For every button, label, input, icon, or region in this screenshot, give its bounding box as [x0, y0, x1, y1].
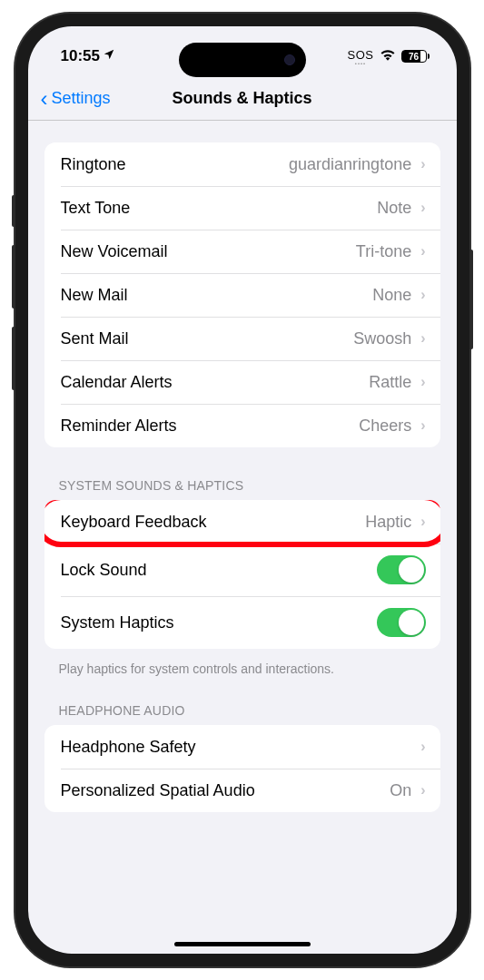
location-icon: [103, 47, 115, 65]
row-label: Calendar Alerts: [61, 373, 173, 392]
row-headphone-safety[interactable]: Headphone Safety ›: [44, 725, 440, 769]
row-label: Headphone Safety: [61, 738, 196, 757]
chevron-left-icon: ‹: [41, 88, 48, 110]
battery-indicator: 76: [401, 50, 430, 63]
row-sent-mail[interactable]: Sent Mail Swoosh ›: [44, 317, 440, 360]
section-header-headphone: HEADPHONE AUDIO: [28, 703, 457, 725]
row-label: Keyboard Feedback: [61, 513, 207, 532]
row-value: Tri-tone: [356, 242, 411, 261]
chevron-right-icon: ›: [420, 739, 425, 755]
chevron-right-icon: ›: [420, 374, 425, 390]
row-spatial-audio[interactable]: Personalized Spatial Audio On ›: [44, 769, 440, 812]
lock-sound-toggle[interactable]: [377, 555, 426, 584]
row-keyboard-feedback[interactable]: Keyboard Feedback Haptic ›: [44, 500, 440, 544]
chevron-right-icon: ›: [420, 200, 425, 216]
chevron-right-icon: ›: [420, 417, 425, 434]
toggle-thumb: [399, 557, 424, 583]
row-label: New Mail: [61, 286, 128, 305]
row-value: Note: [377, 199, 411, 218]
row-label: New Voicemail: [61, 242, 168, 261]
section-header-system: SYSTEM SOUNDS & HAPTICS: [28, 478, 457, 500]
chevron-right-icon: ›: [420, 782, 425, 799]
back-label: Settings: [52, 89, 111, 108]
chevron-right-icon: ›: [420, 287, 425, 303]
chevron-right-icon: ›: [420, 514, 425, 530]
chevron-right-icon: ›: [420, 156, 425, 172]
dynamic-island: [179, 43, 306, 77]
sos-indicator: SOS ••••: [348, 48, 374, 65]
row-label: Ringtone: [61, 155, 126, 174]
row-new-voicemail[interactable]: New Voicemail Tri-tone ›: [44, 230, 440, 273]
wifi-icon: [380, 47, 396, 65]
row-label: Reminder Alerts: [61, 416, 177, 436]
system-footer: Play haptics for system controls and int…: [28, 654, 457, 676]
row-value: On: [390, 781, 411, 800]
back-button[interactable]: ‹ Settings: [41, 88, 111, 110]
sounds-group: Ringtone guardianringtone › Text Tone No…: [44, 142, 440, 447]
home-indicator[interactable]: [174, 942, 311, 946]
side-buttons-left: [12, 195, 15, 408]
row-value: Rattle: [369, 373, 411, 392]
system-haptics-toggle[interactable]: [377, 608, 426, 637]
row-text-tone[interactable]: Text Tone Note ›: [44, 186, 440, 230]
row-value: guardianringtone: [289, 155, 411, 174]
screen: 10:55 SOS •••• 76: [28, 26, 457, 954]
row-new-mail[interactable]: New Mail None ›: [44, 273, 440, 317]
headphone-group: Headphone Safety › Personalized Spatial …: [44, 725, 440, 812]
chevron-right-icon: ›: [420, 243, 425, 260]
phone-frame: 10:55 SOS •••• 76: [15, 14, 469, 966]
toggle-thumb: [399, 610, 424, 635]
row-system-haptics: System Haptics: [44, 596, 440, 649]
row-label: System Haptics: [61, 613, 174, 632]
row-value: Haptic: [365, 513, 411, 532]
nav-header: ‹ Settings Sounds & Haptics: [28, 77, 457, 121]
page-title: Sounds & Haptics: [172, 89, 311, 108]
row-ringtone[interactable]: Ringtone guardianringtone ›: [44, 142, 440, 186]
row-label: Text Tone: [61, 199, 131, 218]
row-reminder-alerts[interactable]: Reminder Alerts Cheers ›: [44, 404, 440, 447]
front-camera: [284, 54, 295, 65]
status-time: 10:55: [61, 47, 100, 65]
chevron-right-icon: ›: [420, 330, 425, 347]
row-lock-sound: Lock Sound: [44, 544, 440, 596]
system-group: Keyboard Feedback Haptic › Lock Sound Sy…: [44, 500, 440, 649]
row-value: Swoosh: [353, 329, 411, 348]
row-value: Cheers: [359, 416, 411, 436]
side-buttons-right: [469, 250, 473, 349]
row-value: None: [372, 286, 411, 305]
row-label: Lock Sound: [61, 561, 147, 580]
row-label: Personalized Spatial Audio: [61, 781, 255, 800]
row-calendar-alerts[interactable]: Calendar Alerts Rattle ›: [44, 360, 440, 404]
content-scroll[interactable]: Ringtone guardianringtone › Text Tone No…: [28, 121, 457, 954]
row-label: Sent Mail: [61, 329, 129, 348]
